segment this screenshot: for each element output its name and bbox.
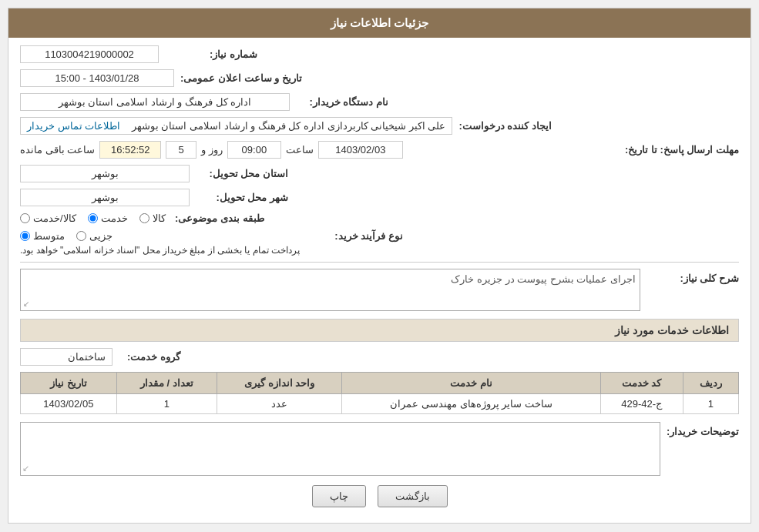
purchase-row: نوع فرآیند خرید: متوسط جزیی پرداخت تمام … [20,230,739,256]
purchase-option-jozi-label: جزیی [89,230,113,242]
need-desc-value: اجرای عملیات بشرح پیوست در جزیره خارک [451,273,636,285]
table-cell-3: عدد [217,394,342,414]
category-row: طبقه بندی موضوعی: کالا/خدمت خدمت کالا [20,212,739,224]
purchase-option-jozi[interactable]: جزیی [76,230,113,242]
time-label: ساعت [286,144,314,156]
category-option-kala-khedmat[interactable]: کالا/خدمت [20,212,76,224]
day-value: 5 [166,141,196,159]
buttons-row: بازگشت چاپ [20,485,739,507]
service-group-label: گروه خدمت: [119,351,180,363]
purchase-radio-jozi[interactable] [76,231,86,241]
need-desc-label: شرح کلی نیاز: [646,269,739,284]
need-desc-row: شرح کلی نیاز: اجرای عملیات بشرح پیوست در… [20,269,739,311]
purchase-label: نوع فرآیند خرید: [311,230,403,242]
buyer-org-label: نام دستگاه خریدار: [296,96,388,108]
day-label: روز و [201,144,223,156]
creator-value: علی اکبر شیخیانی کاربردازی اداره کل فرهن… [20,117,452,135]
col-date: تاریخ نیاز [21,373,117,394]
announce-value: 1403/01/28 - 15:00 [20,69,174,87]
buyer-desc-label: توضیحات خریدار: [667,422,739,437]
need-desc-box: اجرای عملیات بشرح پیوست در جزیره خارک ↙ [20,269,640,311]
table-cell-0: 1 [683,394,738,414]
category-option-khedmat-label: خدمت [101,212,128,224]
service-group-row: گروه خدمت: ساختمان [20,348,739,366]
back-button[interactable]: بازگشت [378,485,448,507]
city-value: بوشهر [20,189,190,206]
table-header-row: ردیف کد خدمت نام خدمت واحد اندازه گیری ت… [21,373,739,394]
deadline-label: مهلت ارسال پاسخ: تا تاریخ: [625,144,739,156]
announce-label: تاریخ و ساعت اعلان عمومی: [180,72,302,84]
category-radio-khedmat[interactable] [88,213,98,223]
need-number-value: 1103004219000002 [20,45,159,63]
service-group-value: ساختمان [20,348,113,366]
purchase-option-motawaset[interactable]: متوسط [20,230,65,242]
table-cell-1: ج-42-429 [600,394,683,414]
creator-label: ایجاد کننده درخواست: [458,120,552,132]
creator-row: ایجاد کننده درخواست: علی اکبر شیخیانی کا… [20,117,739,135]
purchase-option-motawaset-label: متوسط [33,230,65,242]
need-number-row: شماره نیاز: 1103004219000002 [20,45,739,63]
divider1 [20,262,739,263]
table-cell-4: 1 [116,394,217,414]
table-cell-5: 1403/02/05 [21,394,117,414]
purchase-radio-motawaset[interactable] [20,231,30,241]
services-table: ردیف کد خدمت نام خدمت واحد اندازه گیری ت… [20,372,739,414]
category-radio-kala[interactable] [139,213,149,223]
category-radio-group: کالا/خدمت خدمت کالا [20,212,166,224]
buyer-resize-handle: ↙ [22,463,29,473]
buyer-org-row: نام دستگاه خریدار: اداره کل فرهنگ و ارشا… [20,93,739,111]
col-name: نام خدمت [342,373,600,394]
province-label: استان محل تحویل: [196,168,288,179]
remaining-label: ساعت باقی مانده [20,144,95,156]
city-label: شهر محل تحویل: [196,192,288,203]
table-cell-2: ساخت سایر پروژه‌های مهندسی عمران [342,394,600,414]
purchase-description: پرداخت تمام یا بخشی از مبلغ خریداز محل "… [20,245,300,256]
buyer-desc-box: ↙ [20,422,660,476]
time-value: 09:00 [227,141,281,159]
purchase-radio-group: متوسط جزیی [20,230,113,242]
contact-link[interactable]: اطلاعات تماس خریدار [27,120,120,132]
province-value: بوشهر [20,165,190,182]
col-unit: واحد اندازه گیری [217,373,342,394]
city-row: شهر محل تحویل: بوشهر [20,189,739,206]
page-title: جزئیات اطلاعات نیاز [8,8,751,38]
category-option-kala-label: کالا [153,212,166,224]
deadline-row: مهلت ارسال پاسخ: تا تاریخ: 1403/02/03 سا… [20,141,739,159]
buyer-org-value: اداره کل فرهنگ و ارشاد اسلامی استان بوشه… [20,93,290,111]
announce-row: تاریخ و ساعت اعلان عمومی: 1403/01/28 - 1… [20,69,739,87]
category-radio-kala-khedmat[interactable] [20,213,30,223]
col-qty: تعداد / مقدار [116,373,217,394]
need-number-label: شماره نیاز: [165,49,257,60]
category-label: طبقه بندی موضوعی: [172,212,264,224]
print-button[interactable]: چاپ [312,485,366,507]
resize-handle: ↙ [23,299,29,308]
remaining-value: 16:52:52 [99,141,161,159]
date-value: 1403/02/03 [318,141,403,159]
category-option-kala[interactable]: کالا [139,212,166,224]
category-option-kala-khedmat-label: کالا/خدمت [33,212,76,224]
col-code: کد خدمت [600,373,683,394]
buyer-desc-row: توضیحات خریدار: ↙ [20,422,739,476]
deadline-values: 1403/02/03 ساعت 09:00 روز و 5 16:52:52 س… [20,141,619,159]
province-row: استان محل تحویل: بوشهر [20,165,739,182]
col-radif: ردیف [683,373,738,394]
table-row: 1ج-42-429ساخت سایر پروژه‌های مهندسی عمرا… [21,394,739,414]
services-section-title: اطلاعات خدمات مورد نیاز [20,319,739,342]
category-option-khedmat[interactable]: خدمت [88,212,128,224]
